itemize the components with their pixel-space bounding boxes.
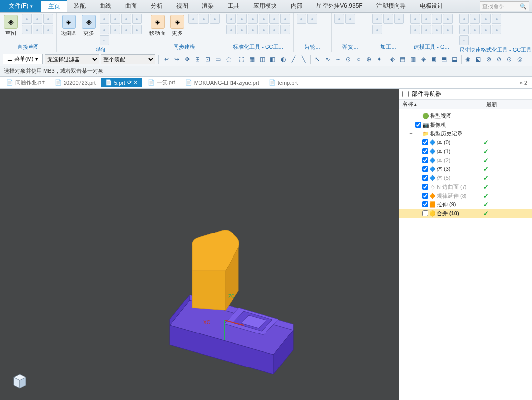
expand-icon[interactable]: +: [408, 122, 414, 128]
ribbon-small-button[interactable]: ▫: [297, 14, 306, 24]
tab-app-module[interactable]: 应用模块: [246, 0, 284, 12]
ribbon-small-button[interactable]: ▫: [269, 14, 279, 24]
ribbon-small-button[interactable]: ▫: [481, 14, 491, 24]
tab-curve[interactable]: 曲线: [93, 0, 118, 12]
ribbon-small-button[interactable]: ▫: [33, 25, 42, 34]
ribbon-small-button[interactable]: ▫: [100, 25, 109, 34]
ribbon-small-button[interactable]: ▫: [492, 25, 501, 34]
tree-checkbox[interactable]: [422, 201, 428, 207]
ribbon-small-button[interactable]: ▫: [121, 14, 131, 24]
ribbon-small-button[interactable]: ▫: [248, 25, 258, 34]
doc-tab[interactable]: 📄5.prt ⟳ ✕: [101, 78, 142, 87]
toolbar-icon[interactable]: ⊘: [494, 54, 504, 64]
ribbon-small-button[interactable]: ▫: [481, 25, 491, 34]
tab-home[interactable]: 主页: [41, 0, 67, 12]
toolbar-icon[interactable]: ◧: [268, 54, 278, 64]
tab-electrode[interactable]: 电极设计: [413, 0, 450, 12]
toolbar-icon[interactable]: ↩: [162, 54, 171, 64]
ribbon-small-button[interactable]: ▫: [100, 14, 109, 24]
ribbon-small-button[interactable]: ▫: [421, 25, 431, 34]
ribbon-small-button[interactable]: ▫: [199, 14, 209, 24]
tree-row[interactable]: 🔶规律延伸 (8)✓: [399, 191, 532, 200]
ribbon-button[interactable]: ◈移动面: [148, 14, 166, 38]
ribbon-small-button[interactable]: ▫: [383, 14, 393, 24]
file-menu[interactable]: 文件(F) ▾: [0, 0, 41, 12]
tree-checkbox[interactable]: [422, 175, 428, 181]
toolbar-icon[interactable]: ◉: [463, 54, 473, 64]
toolbar-icon[interactable]: ⊙: [343, 54, 353, 64]
ribbon-small-button[interactable]: ▫: [259, 14, 268, 24]
doc-tab[interactable]: 📄MOKUANG-LH14-ziyue.prt: [181, 78, 264, 87]
expand-icon[interactable]: +: [408, 113, 414, 119]
ribbon-small-button[interactable]: ▫: [432, 14, 442, 24]
ribbon-small-button[interactable]: ▫: [237, 25, 247, 34]
ribbon-small-button[interactable]: ▫: [132, 25, 142, 34]
ribbon-small-button[interactable]: ▫: [372, 14, 382, 24]
menu-button[interactable]: ☰ 菜单(M) ▾: [3, 54, 43, 64]
tab-assembly[interactable]: 装配: [67, 0, 93, 12]
tree-row[interactable]: 🔷体 (0)✓: [399, 138, 532, 147]
col-name[interactable]: 名称: [402, 100, 413, 108]
ribbon-small-button[interactable]: ▫: [410, 25, 420, 34]
doc-tab[interactable]: 📄一笑.prt: [143, 77, 180, 88]
ribbon-small-button[interactable]: ▫: [226, 14, 236, 24]
ribbon-button[interactable]: ◈更多: [81, 14, 97, 38]
toolbar-icon[interactable]: ◎: [515, 54, 525, 64]
doc-tab[interactable]: 📄问题作业.prt: [2, 77, 49, 88]
toolbar-icon[interactable]: ∼: [333, 54, 343, 64]
toolbar-icon[interactable]: ▭: [213, 54, 223, 64]
toolbar-icon[interactable]: ╱: [289, 54, 299, 64]
ribbon-small-button[interactable]: ▫: [443, 14, 453, 24]
selection-filter[interactable]: 无选择过滤器: [45, 54, 99, 64]
doc-tab[interactable]: 📄20200723.prt: [50, 78, 100, 87]
ribbon-small-button[interactable]: ▫: [248, 14, 258, 24]
tab-analysis[interactable]: 分析: [144, 0, 169, 12]
toolbar-icon[interactable]: ▥: [408, 54, 418, 64]
close-icon[interactable]: ✕: [133, 79, 138, 86]
toolbar-icon[interactable]: ⊞: [193, 54, 202, 64]
col-latest[interactable]: 最新: [483, 100, 532, 109]
ribbon-small-button[interactable]: ▫: [432, 25, 442, 34]
ribbon-small-button[interactable]: ▫: [132, 14, 142, 24]
ribbon-button[interactable]: ◈更多: [169, 14, 185, 38]
tree-row[interactable]: 🔷体 (5)✓: [399, 173, 532, 182]
tree-checkbox[interactable]: [415, 122, 421, 128]
toolbar-icon[interactable]: ⬚: [237, 54, 247, 64]
ribbon-small-button[interactable]: ▫: [492, 14, 501, 24]
toolbar-icon[interactable]: ↪: [172, 54, 182, 64]
toolbar-icon[interactable]: ⤡: [312, 54, 322, 64]
tab-mold[interactable]: 注塑模向导: [369, 0, 413, 12]
tree-row[interactable]: +📷摄像机: [399, 120, 532, 129]
toolbar-icon[interactable]: ⊙: [504, 54, 514, 64]
toolbar-icon[interactable]: ⊗: [484, 54, 494, 64]
doc-tab[interactable]: 📄temp.prt: [265, 78, 302, 87]
ribbon-small-button[interactable]: ▫: [459, 25, 469, 34]
ribbon-small-button[interactable]: ▫: [280, 25, 290, 34]
ribbon-small-button[interactable]: ▫: [459, 35, 469, 45]
tree-checkbox[interactable]: [422, 139, 428, 145]
ribbon-small-button[interactable]: ▫: [259, 25, 268, 34]
ribbon-small-button[interactable]: ▫: [210, 14, 220, 24]
ribbon-small-button[interactable]: ▫: [188, 14, 198, 24]
tree-checkbox[interactable]: [422, 157, 428, 163]
ribbon-small-button[interactable]: ▫: [43, 25, 53, 34]
tab-tools[interactable]: 工具: [221, 0, 246, 12]
navigator-toggle[interactable]: [402, 91, 409, 97]
ribbon-small-button[interactable]: ▫: [470, 25, 480, 34]
tree-checkbox[interactable]: [422, 166, 428, 172]
tree-row[interactable]: +🟢模型视图: [399, 111, 532, 120]
ribbon-small-button[interactable]: ▫: [334, 14, 344, 24]
ribbon-small-button[interactable]: ▫: [394, 14, 404, 24]
toolbar-icon[interactable]: ◌: [224, 54, 233, 64]
toolbar-icon[interactable]: ▤: [398, 54, 408, 64]
ribbon-small-button[interactable]: ▫: [345, 14, 355, 24]
toolbar-icon[interactable]: ⬒: [439, 54, 449, 64]
tree-row[interactable]: 🟡合并 (10)✓: [399, 209, 532, 218]
ribbon-small-button[interactable]: ▫: [226, 25, 236, 34]
toolbar-icon[interactable]: ⊡: [203, 54, 213, 64]
ribbon-small-button[interactable]: ▫: [110, 14, 120, 24]
3d-viewport[interactable]: XC ZC: [0, 89, 399, 400]
command-search[interactable]: 查找命令 🔍: [480, 1, 529, 11]
toolbar-icon[interactable]: ✦: [374, 54, 384, 64]
toolbar-icon[interactable]: ⬓: [450, 54, 460, 64]
